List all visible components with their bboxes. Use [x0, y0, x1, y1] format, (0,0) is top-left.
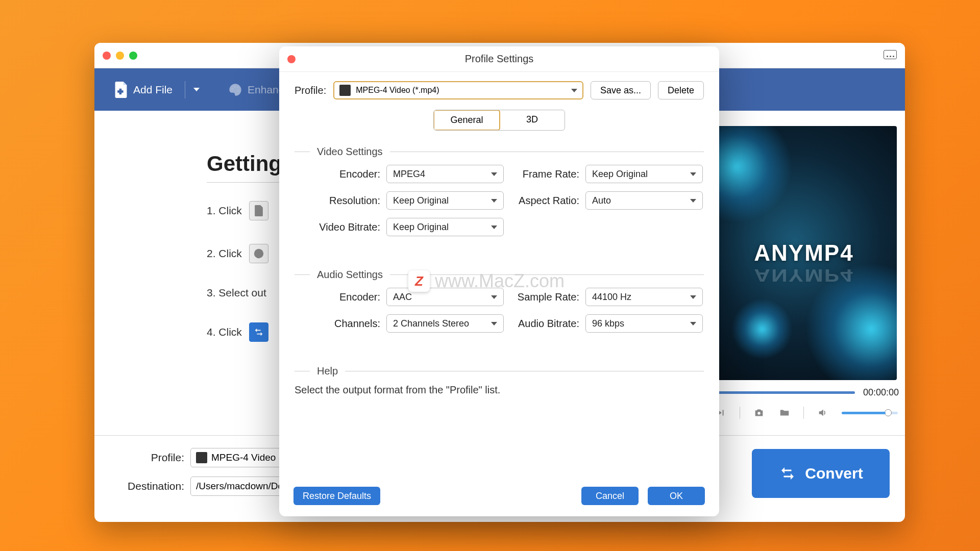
modal-titlebar: Profile Settings	[279, 46, 719, 72]
video-settings-header: Video Settings	[295, 146, 704, 158]
open-folder-button[interactable]	[778, 406, 791, 419]
svg-point-2	[231, 87, 233, 89]
audio-settings-header: Audio Settings	[295, 269, 704, 281]
video-preview: ANYMP4	[711, 126, 897, 380]
frame-rate-select[interactable]: Keep Original	[585, 165, 703, 183]
chevron-down-icon	[491, 226, 497, 229]
seek-bar[interactable]	[711, 391, 855, 394]
convert-step-icon	[249, 322, 268, 342]
svg-rect-1	[117, 90, 123, 93]
cancel-button[interactable]: Cancel	[581, 487, 639, 505]
overflow-menu-button[interactable]	[884, 50, 897, 59]
profile-row: Profile: MPEG-4 Video (*.mp4) Save as...…	[295, 81, 704, 99]
media-controls	[711, 398, 901, 428]
video-bitrate-select[interactable]: Keep Original	[386, 218, 504, 236]
tab-3d[interactable]: 3D	[500, 110, 565, 130]
timeline: 00:00:00	[711, 380, 901, 398]
svg-point-6	[254, 249, 263, 258]
video-encoder-select[interactable]: MPEG4	[386, 165, 504, 183]
channels-select[interactable]: 2 Channels Stereo	[386, 314, 504, 333]
preview-panel: ANYMP4 00:00:00	[711, 111, 905, 435]
toolbar-divider	[185, 81, 185, 98]
window-controls	[103, 52, 137, 60]
chevron-down-icon	[571, 89, 577, 92]
svg-point-3	[234, 86, 236, 88]
chevron-down-icon	[491, 172, 497, 176]
time-display: 00:00:00	[863, 387, 899, 398]
preview-brand-text: ANYMP4	[754, 240, 853, 266]
convert-icon	[778, 464, 797, 483]
restore-defaults-button[interactable]: Restore Defaults	[293, 487, 380, 505]
svg-point-4	[237, 86, 239, 88]
add-file-icon	[114, 82, 128, 98]
help-header: Help	[295, 365, 704, 377]
modal-close-icon[interactable]	[287, 55, 296, 63]
format-icon	[339, 85, 351, 96]
profile-settings-modal: Profile Settings Profile: MPEG-4 Video (…	[279, 46, 719, 516]
save-as-button[interactable]: Save as...	[591, 81, 651, 99]
add-file-dropdown[interactable]	[190, 86, 203, 93]
tab-segment: General 3D	[433, 110, 565, 131]
zoom-icon[interactable]	[129, 52, 137, 60]
close-icon[interactable]	[103, 52, 111, 60]
snapshot-button[interactable]	[752, 406, 766, 419]
aspect-ratio-select[interactable]: Auto	[585, 191, 703, 210]
chevron-down-icon	[690, 172, 696, 176]
chevron-down-icon	[690, 199, 696, 203]
volume-slider[interactable]	[842, 412, 898, 414]
add-file-step-icon	[249, 201, 268, 220]
tab-general[interactable]: General	[433, 110, 500, 131]
palette-icon	[228, 83, 242, 97]
modal-footer: Restore Defaults Cancel OK	[279, 479, 719, 516]
chevron-down-icon	[491, 322, 497, 325]
delete-button[interactable]: Delete	[658, 81, 704, 99]
audio-encoder-select[interactable]: AAC	[386, 288, 504, 306]
chevron-down-icon	[491, 295, 497, 299]
svg-point-7	[757, 412, 761, 415]
audio-settings-grid: Encoder: AAC Sample Rate: 44100 Hz Chann…	[295, 288, 704, 333]
profile-dropdown[interactable]: MPEG-4 Video (*.mp4)	[333, 81, 583, 99]
audio-bitrate-select[interactable]: 96 kbps	[585, 314, 703, 333]
ok-button[interactable]: OK	[648, 487, 705, 505]
chevron-down-icon	[690, 322, 696, 325]
svg-point-5	[237, 89, 239, 91]
resolution-select[interactable]: Keep Original	[386, 191, 504, 210]
add-file-label: Add File	[133, 84, 173, 96]
format-icon	[196, 452, 207, 463]
add-file-button[interactable]: Add File	[107, 77, 180, 103]
mute-button[interactable]	[816, 406, 829, 419]
enhance-step-icon	[249, 244, 268, 263]
chevron-down-icon	[690, 295, 696, 299]
minimize-icon[interactable]	[116, 52, 124, 60]
help-text: Select the output format from the "Profi…	[295, 384, 704, 396]
chevron-down-icon	[491, 199, 497, 203]
sample-rate-select[interactable]: 44100 Hz	[585, 288, 703, 306]
convert-button[interactable]: Convert	[752, 449, 890, 498]
video-settings-grid: Encoder: MPEG4 Frame Rate: Keep Original…	[295, 165, 704, 236]
modal-title: Profile Settings	[465, 53, 534, 65]
